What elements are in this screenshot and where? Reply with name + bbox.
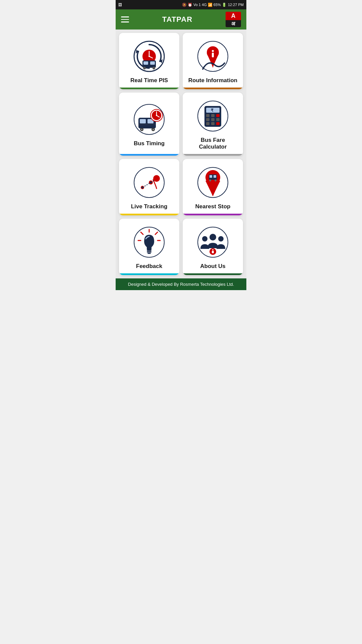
svg-rect-39 bbox=[211, 118, 215, 121]
svg-point-30 bbox=[156, 115, 157, 116]
nearest-stop-label: Nearest Stop bbox=[195, 203, 231, 210]
feedback-label: Feedback bbox=[136, 263, 162, 270]
card-feedback[interactable]: Feedback bbox=[119, 219, 179, 275]
signal-icons: 🔕 ⏰ Vo 1 4G 📶 65% 🔋 bbox=[182, 3, 227, 7]
app-title: TATPAR bbox=[162, 15, 192, 24]
svg-rect-42 bbox=[211, 122, 215, 125]
hamburger-menu[interactable] bbox=[121, 16, 129, 22]
live-tracking-label: Live Tracking bbox=[131, 203, 168, 210]
card-route-information[interactable]: Route Information bbox=[183, 33, 243, 89]
real-time-pis-icon bbox=[132, 40, 166, 73]
svg-point-57 bbox=[209, 179, 211, 181]
svg-rect-9 bbox=[143, 61, 148, 65]
route-information-icon bbox=[196, 40, 230, 73]
live-tracking-icon bbox=[132, 166, 166, 199]
real-time-pis-label: Real Time PIS bbox=[130, 77, 168, 84]
card-about-us[interactable]: About Us bbox=[183, 219, 243, 275]
svg-rect-38 bbox=[206, 118, 209, 121]
svg-point-71 bbox=[218, 236, 224, 241]
svg-rect-37 bbox=[216, 114, 220, 117]
photo-icon: 🖼 bbox=[118, 3, 122, 7]
footer-text: Designed & Developed By Rosmerta Technol… bbox=[128, 282, 234, 287]
bus-timing-icon bbox=[132, 103, 166, 136]
svg-point-25 bbox=[153, 129, 154, 130]
svg-point-11 bbox=[143, 67, 146, 69]
svg-rect-19 bbox=[140, 119, 146, 123]
svg-rect-41 bbox=[206, 122, 209, 125]
svg-rect-55 bbox=[209, 175, 212, 178]
svg-rect-16 bbox=[212, 53, 214, 57]
svg-rect-36 bbox=[211, 114, 215, 117]
bus-fare-calculator-icon: ₹ bbox=[196, 99, 230, 133]
app-bar: TATPAR A अ bbox=[116, 9, 246, 30]
svg-line-62 bbox=[141, 232, 143, 234]
svg-rect-35 bbox=[206, 114, 209, 117]
svg-rect-67 bbox=[147, 253, 151, 254]
svg-rect-21 bbox=[138, 123, 156, 125]
svg-point-58 bbox=[215, 179, 217, 181]
svg-text:₹: ₹ bbox=[211, 108, 214, 113]
card-nearest-stop[interactable]: Nearest Stop bbox=[183, 159, 243, 215]
card-bus-timing[interactable]: Bus Timing bbox=[119, 93, 179, 156]
lang-hindi: अ bbox=[226, 20, 241, 28]
svg-point-15 bbox=[212, 50, 214, 52]
route-information-label: Route Information bbox=[188, 77, 237, 84]
status-right: 🔕 ⏰ Vo 1 4G 📶 65% 🔋 12:27 PM bbox=[182, 3, 244, 7]
svg-rect-66 bbox=[147, 251, 152, 253]
svg-point-50 bbox=[141, 186, 143, 189]
bus-timing-label: Bus Timing bbox=[134, 140, 165, 147]
card-real-time-pis[interactable]: Real Time PIS bbox=[119, 33, 179, 89]
svg-rect-65 bbox=[147, 250, 152, 251]
main-grid: Real Time PIS Route Information bbox=[116, 30, 246, 278]
svg-rect-56 bbox=[214, 175, 216, 178]
svg-point-51 bbox=[150, 181, 152, 183]
svg-point-47 bbox=[153, 175, 160, 182]
svg-line-61 bbox=[155, 232, 158, 234]
bus-fare-calculator-label: Bus Fare Calculator bbox=[186, 137, 240, 150]
time: 12:27 PM bbox=[228, 3, 244, 7]
svg-point-7 bbox=[148, 56, 150, 57]
svg-rect-10 bbox=[150, 61, 155, 65]
status-left: 🖼 bbox=[118, 3, 122, 7]
feedback-icon bbox=[132, 225, 166, 259]
footer: Designed & Developed By Rosmerta Technol… bbox=[116, 278, 246, 290]
about-us-label: About Us bbox=[200, 263, 226, 270]
svg-rect-74 bbox=[212, 251, 214, 253]
card-bus-fare-calculator[interactable]: ₹ Bus Fare Calculator bbox=[183, 93, 243, 156]
lang-english: A bbox=[226, 12, 241, 20]
svg-rect-40 bbox=[216, 118, 220, 121]
svg-point-73 bbox=[212, 249, 214, 251]
svg-point-23 bbox=[141, 129, 143, 130]
nearest-stop-icon bbox=[196, 166, 230, 199]
about-us-icon bbox=[196, 225, 230, 259]
card-live-tracking[interactable]: Live Tracking bbox=[119, 159, 179, 215]
status-bar: 🖼 🔕 ⏰ Vo 1 4G 📶 65% 🔋 12:27 PM bbox=[116, 0, 246, 9]
svg-rect-43 bbox=[216, 122, 220, 125]
svg-point-12 bbox=[153, 67, 155, 69]
svg-point-69 bbox=[209, 234, 216, 240]
language-toggle[interactable]: A अ bbox=[226, 12, 241, 27]
svg-point-70 bbox=[202, 236, 207, 241]
